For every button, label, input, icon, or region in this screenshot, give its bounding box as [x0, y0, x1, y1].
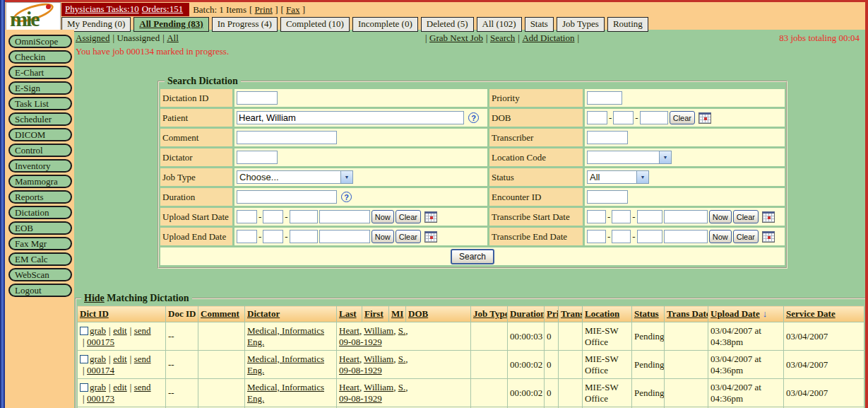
dict-id-link[interactable]: 000173: [87, 393, 114, 404]
hide-link[interactable]: Hide: [84, 293, 105, 303]
sidebar-item-webscan[interactable]: WebScan: [8, 268, 72, 281]
patient-first-link[interactable]: William: [364, 382, 393, 392]
column-header-dictator[interactable]: Dictator: [245, 306, 337, 322]
sidebar-item-inventory[interactable]: Inventory: [8, 159, 72, 173]
upload-end-month-input[interactable]: [237, 230, 257, 243]
dictator-link[interactable]: Medical, Informatics Eng.: [247, 354, 324, 375]
patient-input[interactable]: [237, 111, 464, 124]
column-header-first[interactable]: First: [362, 306, 389, 322]
dict-id-link[interactable]: 000174: [87, 365, 114, 375]
transcriber-input[interactable]: [587, 131, 628, 144]
patient-mi-link[interactable]: S.: [398, 354, 405, 364]
fax-link[interactable]: Fax: [286, 4, 300, 15]
upload-end-year-input[interactable]: [290, 230, 318, 243]
assigned-link[interactable]: Assigned: [76, 33, 109, 43]
sidebar-item-task-list[interactable]: Task List: [8, 97, 72, 110]
column-header-location[interactable]: Location: [583, 306, 632, 322]
row-checkbox[interactable]: [80, 383, 88, 392]
physicians-tasks-link[interactable]: Physicians Tasks:10: [65, 4, 139, 14]
send-link[interactable]: send: [134, 354, 151, 364]
patient-mi-link[interactable]: S.: [398, 382, 405, 392]
column-header-service-date[interactable]: Service Date: [784, 306, 864, 322]
dictator-link[interactable]: Medical, Informatics Eng.: [247, 382, 324, 404]
transcribe-start-calendar-icon[interactable]: [762, 211, 775, 223]
sidebar-item-e-chart[interactable]: E-Chart: [8, 66, 72, 79]
transcribe-end-time-input[interactable]: [664, 230, 708, 243]
location-code-select[interactable]: [587, 151, 672, 164]
priority-input[interactable]: [587, 91, 622, 105]
sidebar-item-scheduler[interactable]: Scheduler: [8, 112, 72, 126]
orders-link[interactable]: Orders:151: [142, 4, 184, 14]
row-checkbox[interactable]: [80, 355, 88, 363]
send-link[interactable]: send: [134, 382, 151, 392]
sidebar-item-dicom[interactable]: DICOM: [8, 128, 72, 141]
sidebar-item-eob[interactable]: EOB: [8, 221, 72, 235]
column-header-trans[interactable]: Trans: [559, 306, 583, 322]
upload-end-calendar-icon[interactable]: [424, 231, 437, 243]
add-dictation-link[interactable]: Add Dictation: [522, 33, 574, 43]
transcribe-start-clear-button[interactable]: Clear: [733, 210, 759, 223]
upload-end-day-input[interactable]: [263, 230, 283, 243]
column-header-mi[interactable]: MI: [389, 306, 406, 322]
patient-last-link[interactable]: Heart: [339, 382, 359, 392]
job-type-select[interactable]: Choose...: [237, 170, 353, 184]
patient-dob-link[interactable]: 09-08-1929: [339, 365, 382, 375]
sidebar-item-logout[interactable]: Logout: [8, 284, 72, 297]
upload-start-calendar-icon[interactable]: [424, 211, 437, 223]
column-header-upload-date[interactable]: Upload Date: [708, 306, 784, 322]
sidebar-item-checkin[interactable]: Checkin: [8, 50, 72, 64]
sidebar-item-reports[interactable]: Reports: [8, 190, 72, 204]
transcribe-end-day-input[interactable]: [612, 230, 631, 243]
patient-help-icon[interactable]: ?: [468, 112, 479, 123]
sidebar-item-e-sign[interactable]: E-Sign: [8, 81, 72, 95]
all-link[interactable]: All: [167, 33, 179, 43]
patient-dob-link[interactable]: 09-08-1929: [339, 337, 382, 347]
comment-input[interactable]: [237, 131, 337, 144]
patient-first-link[interactable]: William: [364, 354, 393, 364]
dob-calendar-icon[interactable]: [698, 112, 711, 124]
column-header-trans-date[interactable]: Trans Date: [665, 306, 708, 322]
transcribe-end-calendar-icon[interactable]: [762, 231, 775, 243]
column-header-pri[interactable]: Pri: [545, 306, 559, 322]
upload-end-now-button[interactable]: Now: [371, 230, 394, 243]
dob-clear-button[interactable]: Clear: [670, 111, 695, 124]
sort-descending-icon[interactable]: [760, 308, 768, 319]
status-select[interactable]: All: [587, 170, 649, 184]
sidebar-item-fax-mgr[interactable]: Fax Mgr: [8, 237, 72, 250]
column-header-status[interactable]: Status: [632, 306, 665, 322]
send-link[interactable]: send: [134, 325, 151, 336]
dictator-input[interactable]: [237, 151, 278, 164]
grab-link[interactable]: grab: [90, 325, 106, 336]
dob-day-input[interactable]: [613, 111, 634, 124]
dictator-link[interactable]: Medical, Informatics Eng.: [247, 325, 324, 347]
dictation-id-input[interactable]: [237, 91, 278, 105]
patient-last-link[interactable]: Heart: [339, 325, 359, 336]
column-header-dict-id[interactable]: Dict ID: [78, 306, 166, 322]
patient-first-link[interactable]: William: [364, 325, 393, 336]
duration-help-icon[interactable]: ?: [341, 192, 352, 202]
upload-start-time-input[interactable]: [319, 210, 370, 223]
edit-link[interactable]: edit: [113, 382, 127, 392]
sidebar-item-control[interactable]: Control: [8, 144, 72, 157]
duration-input[interactable]: [237, 190, 337, 204]
column-header-comment[interactable]: Comment: [198, 306, 245, 322]
column-header-last[interactable]: Last: [337, 306, 362, 322]
mie-logo[interactable]: mie: [6, 2, 61, 31]
edit-link[interactable]: edit: [113, 325, 127, 336]
patient-dob-link[interactable]: 09-08-1929: [339, 393, 382, 404]
transcribe-start-time-input[interactable]: [664, 210, 708, 223]
upload-start-year-input[interactable]: [290, 210, 318, 223]
grab-link[interactable]: grab: [90, 382, 106, 392]
column-header-duration[interactable]: Duration: [508, 306, 545, 322]
transcribe-end-clear-button[interactable]: Clear: [733, 230, 759, 243]
transcribe-start-year-input[interactable]: [637, 210, 662, 223]
upload-end-clear-button[interactable]: Clear: [396, 230, 421, 243]
sidebar-item-em-calc[interactable]: EM Calc: [8, 252, 72, 266]
search-button[interactable]: Search: [451, 249, 494, 264]
encounter-id-input[interactable]: [587, 190, 628, 204]
transcribe-end-now-button[interactable]: Now: [709, 230, 732, 243]
upload-start-day-input[interactable]: [263, 210, 283, 223]
upload-end-time-input[interactable]: [319, 230, 370, 243]
grab-link[interactable]: grab: [90, 354, 106, 364]
grab-next-job-link[interactable]: Grab Next Job: [429, 33, 483, 43]
